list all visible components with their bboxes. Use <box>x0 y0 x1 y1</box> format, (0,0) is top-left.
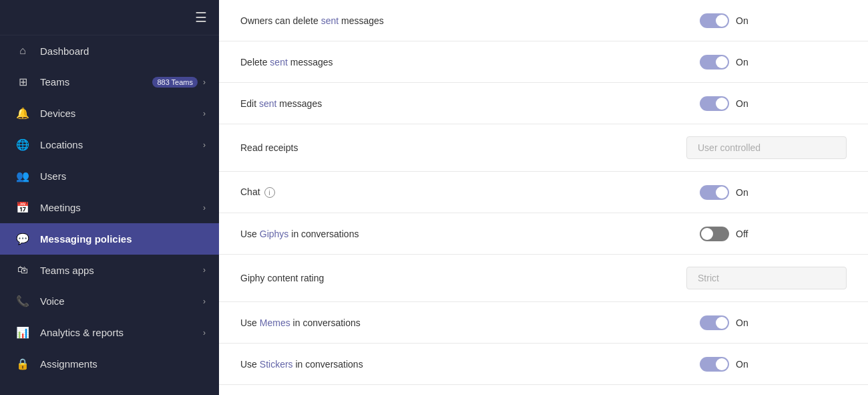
use-stickers-link[interactable]: Stickers <box>260 359 293 370</box>
owners-delete-label: Owners can delete sent messages <box>240 15 700 26</box>
sidebar-item-dashboard[interactable]: ⌂Dashboard <box>0 35 219 66</box>
sidebar-item-devices[interactable]: 🔔Devices› <box>0 98 219 129</box>
sidebar-item-assignments[interactable]: 🔒Assignments <box>0 348 219 380</box>
read-receipts-value: User controlled <box>686 136 847 159</box>
delete-sent-toggle[interactable] <box>700 55 729 70</box>
giphy-rating-dropdown[interactable]: Strict <box>686 267 847 289</box>
chat-info-icon[interactable]: i <box>264 187 275 198</box>
giphy-rating-value: Strict <box>686 267 847 289</box>
settings-row-allow-url: Allow URL previewsOn <box>219 385 868 395</box>
devices-icon: 🔔 <box>13 107 32 120</box>
owners-delete-toggle-text: On <box>736 15 748 26</box>
owners-delete-toggle[interactable] <box>700 13 729 28</box>
sidebar-item-analytics-reports[interactable]: 📊Analytics & reports› <box>0 317 219 348</box>
edit-sent-toggle-text: On <box>736 98 748 109</box>
settings-row-use-stickers: Use Stickers in conversationsOn <box>219 344 868 385</box>
use-stickers-toggle[interactable] <box>700 357 729 372</box>
users-label: Users <box>40 170 206 182</box>
use-giphys-label: Use Giphys in conversations <box>240 229 700 239</box>
use-memes-toggle-knob <box>716 317 728 329</box>
devices-chevron-icon: › <box>203 109 206 118</box>
owners-delete-value: On <box>700 13 847 28</box>
sidebar-item-teams[interactable]: ⊞Teams883 Teams› <box>0 66 219 98</box>
use-memes-label: Use Memes in conversations <box>240 317 700 328</box>
teams-label: Teams <box>40 76 152 88</box>
use-stickers-toggle-text: On <box>736 359 748 370</box>
use-giphys-toggle-text: Off <box>736 229 748 239</box>
analytics-reports-label: Analytics & reports <box>40 327 203 338</box>
hamburger-icon[interactable]: ☰ <box>195 9 207 25</box>
delete-sent-label: Delete sent messages <box>240 57 700 68</box>
edit-sent-link[interactable]: sent <box>259 98 276 109</box>
edit-sent-value: On <box>700 96 847 111</box>
use-memes-toggle[interactable] <box>700 315 729 330</box>
settings-row-owners-delete: Owners can delete sent messagesOn <box>219 0 868 41</box>
analytics-reports-icon: 📊 <box>13 326 32 339</box>
locations-icon: 🌐 <box>13 138 32 151</box>
settings-row-read-receipts: Read receiptsUser controlled <box>219 124 868 172</box>
owners-delete-link[interactable]: sent <box>321 15 339 26</box>
edit-sent-toggle[interactable] <box>700 96 729 111</box>
delete-sent-toggle-knob <box>716 56 728 68</box>
messaging-policies-icon: 💬 <box>13 233 32 245</box>
meetings-chevron-icon: › <box>203 203 206 213</box>
sidebar-item-messaging-policies[interactable]: 💬Messaging policies <box>0 223 219 255</box>
chat-toggle[interactable] <box>700 185 729 200</box>
locations-chevron-icon: › <box>203 140 206 150</box>
settings-row-giphy-rating: Giphy content ratingStrict <box>219 255 868 302</box>
main-content: Owners can delete sent messagesOnDelete … <box>219 0 868 395</box>
sidebar: ☰ ⌂Dashboard⊞Teams883 Teams›🔔Devices›🌐Lo… <box>0 0 219 395</box>
use-stickers-label: Use Stickers in conversations <box>240 359 700 370</box>
read-receipts-label: Read receipts <box>240 142 686 153</box>
devices-label: Devices <box>40 108 203 119</box>
use-memes-link[interactable]: Memes <box>260 317 290 328</box>
sidebar-hamburger[interactable]: ☰ <box>0 0 219 35</box>
use-giphys-value: Off <box>700 227 847 241</box>
giphy-rating-label: Giphy content rating <box>240 273 686 283</box>
voice-label: Voice <box>40 295 203 307</box>
voice-icon: 📞 <box>13 295 32 307</box>
dashboard-icon: ⌂ <box>13 45 32 57</box>
teams-badge: 883 Teams <box>152 77 198 88</box>
locations-label: Locations <box>40 139 203 150</box>
delete-sent-value: On <box>700 55 847 70</box>
voice-chevron-icon: › <box>203 297 206 306</box>
teams-chevron-icon: › <box>203 78 206 87</box>
sidebar-item-meetings[interactable]: 📅Meetings› <box>0 192 219 223</box>
messaging-policies-label: Messaging policies <box>40 233 206 245</box>
users-icon: 👥 <box>13 170 32 182</box>
use-memes-toggle-text: On <box>736 317 748 328</box>
chat-label: Chati <box>240 186 700 198</box>
sidebar-item-locations[interactable]: 🌐Locations› <box>0 129 219 160</box>
assignments-label: Assignments <box>40 358 206 370</box>
sidebar-item-voice[interactable]: 📞Voice› <box>0 285 219 317</box>
delete-sent-link[interactable]: sent <box>270 57 287 68</box>
owners-delete-toggle-knob <box>716 15 728 27</box>
use-memes-value: On <box>700 315 847 330</box>
settings-row-delete-sent: Delete sent messagesOn <box>219 41 868 83</box>
sidebar-item-teams-apps[interactable]: 🛍Teams apps› <box>0 255 219 285</box>
use-giphys-toggle-knob <box>701 228 713 240</box>
teams-apps-icon: 🛍 <box>13 264 32 276</box>
analytics-reports-chevron-icon: › <box>203 328 206 338</box>
use-stickers-toggle-knob <box>716 358 728 370</box>
chat-toggle-text: On <box>736 187 748 198</box>
edit-sent-label: Edit sent messages <box>240 98 700 109</box>
settings-row-use-memes: Use Memes in conversationsOn <box>219 302 868 344</box>
assignments-icon: 🔒 <box>13 358 32 370</box>
read-receipts-dropdown[interactable]: User controlled <box>686 136 847 159</box>
use-stickers-value: On <box>700 357 847 372</box>
use-giphys-toggle[interactable] <box>700 227 729 241</box>
delete-sent-toggle-text: On <box>736 57 748 68</box>
edit-sent-toggle-knob <box>716 98 728 110</box>
settings-row-edit-sent: Edit sent messagesOn <box>219 83 868 124</box>
teams-icon: ⊞ <box>13 76 32 88</box>
dashboard-label: Dashboard <box>40 45 206 57</box>
chat-toggle-knob <box>716 186 728 199</box>
teams-apps-label: Teams apps <box>40 265 203 276</box>
sidebar-item-users[interactable]: 👥Users <box>0 160 219 192</box>
use-giphys-link[interactable]: Giphys <box>260 229 289 239</box>
meetings-label: Meetings <box>40 202 203 213</box>
settings-row-use-giphys: Use Giphys in conversationsOff <box>219 213 868 255</box>
teams-apps-chevron-icon: › <box>203 265 206 275</box>
